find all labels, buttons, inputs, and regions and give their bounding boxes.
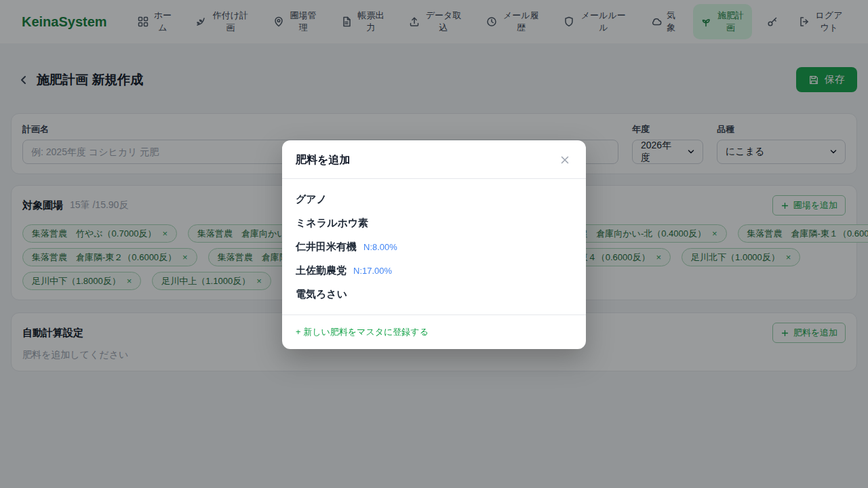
fertilizer-nitrogen: N:8.00% <box>363 242 397 252</box>
fertilizer-option[interactable]: 電気ろさい <box>282 283 586 306</box>
fertilizer-name: 仁井田米有機 <box>296 241 357 253</box>
fertilizer-option[interactable]: 仁井田米有機 N:8.00% <box>282 235 586 259</box>
modal-title: 肥料を追加 <box>296 153 350 167</box>
fertilizer-option[interactable]: 土佐勤農党 N:17.00% <box>282 259 586 283</box>
fertilizer-name: 電気ろさい <box>296 288 347 301</box>
fertilizer-name: グアノ <box>296 193 327 206</box>
fertilizer-option[interactable]: グアノ <box>282 188 586 211</box>
fertilizer-name: 土佐勤農党 <box>296 264 347 277</box>
fertilizer-name: ミネラルホウ素 <box>296 217 368 230</box>
fertilizer-list: グアノ ミネラルホウ素 仁井田米有機 N:8.00% 土佐勤農党 N:17.00… <box>282 179 586 314</box>
close-icon <box>559 154 571 166</box>
fertilizer-nitrogen: N:17.00% <box>353 266 392 276</box>
add-fertilizer-modal: 肥料を追加 グアノ ミネラルホウ素 仁井田米有機 N:8.00% 土佐勤農党 N… <box>282 140 586 349</box>
register-fertilizer-link[interactable]: + 新しい肥料をマスタに登録する <box>296 327 429 337</box>
modal-close-button[interactable] <box>557 152 572 167</box>
fertilizer-option[interactable]: ミネラルホウ素 <box>282 211 586 235</box>
